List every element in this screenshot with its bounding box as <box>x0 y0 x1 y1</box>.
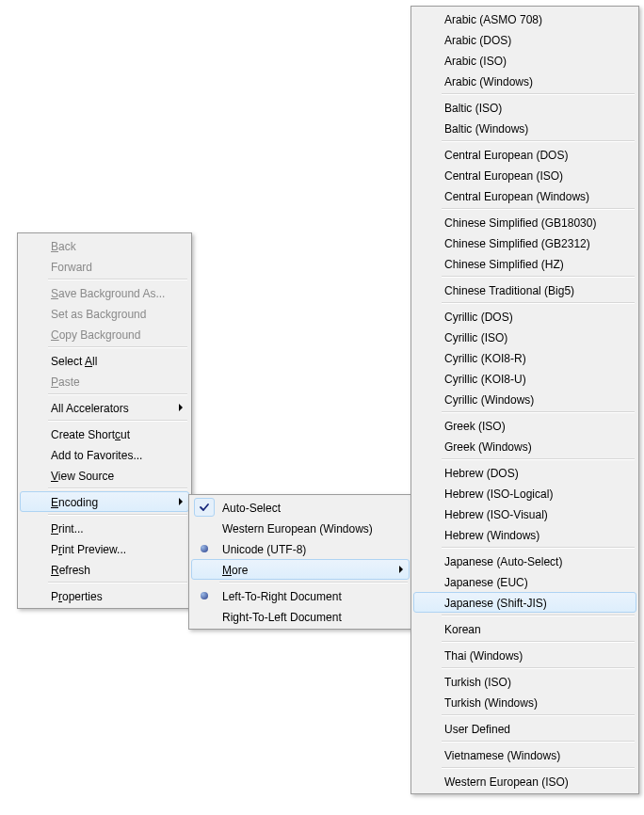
menu-item-unicode-utf-8[interactable]: Unicode (UTF-8) <box>191 538 410 559</box>
menu-item-label: Central European (Windows) <box>444 190 589 203</box>
menu-item-central-european-dos[interactable]: Central European (DOS) <box>413 144 636 165</box>
menu-item-central-european-windows[interactable]: Central European (Windows) <box>413 185 636 206</box>
menu-item-save-background-as: Save Background As... <box>20 282 189 303</box>
menu-separator <box>442 140 635 142</box>
menu-item-arabic-asmo-708[interactable]: Arabic (ASMO 708) <box>413 8 636 29</box>
menu-item-baltic-iso[interactable]: Baltic (ISO) <box>413 97 636 118</box>
menu-separator <box>48 393 187 395</box>
menu-item-label: Paste <box>51 376 80 389</box>
menu-item-greek-iso[interactable]: Greek (ISO) <box>413 415 636 436</box>
menu-item-turkish-windows[interactable]: Turkish (Windows) <box>413 692 636 712</box>
menu-item-label: Create Shortcut <box>51 428 130 441</box>
menu-item-label: Arabic (Windows) <box>444 75 533 88</box>
menu-item-chinese-simplified-gb2312[interactable]: Chinese Simplified (GB2312) <box>413 232 636 253</box>
menu-item-cyrillic-koi8-r[interactable]: Cyrillic (KOI8-R) <box>413 347 636 368</box>
menu-item-japanese-auto-select[interactable]: Japanese (Auto-Select) <box>413 551 636 571</box>
menu-item-arabic-dos[interactable]: Arabic (DOS) <box>413 29 636 50</box>
menu-item-label: Cyrillic (ISO) <box>444 331 507 344</box>
menu-item-label: Western European (Windows) <box>222 522 373 535</box>
menu-item-paste: Paste <box>20 371 189 392</box>
menu-item-label: Cyrillic (Windows) <box>444 393 534 407</box>
menu-item-cyrillic-koi8-u[interactable]: Cyrillic (KOI8-U) <box>413 368 636 389</box>
menu-item-hebrew-iso-visual[interactable]: Hebrew (ISO-Visual) <box>413 503 636 524</box>
menu-separator <box>442 714 635 716</box>
menu-item-label: Hebrew (DOS) <box>444 467 519 480</box>
menu-item-japanese-shift-jis[interactable]: Japanese (Shift-JIS) <box>413 592 636 613</box>
menu-item-greek-windows[interactable]: Greek (Windows) <box>413 436 636 456</box>
menu-item-user-defined[interactable]: User Defined <box>413 718 636 739</box>
menu-separator <box>442 276 635 278</box>
menu-item-label: Hebrew (ISO-Logical) <box>444 487 553 501</box>
menu-item-turkish-iso[interactable]: Turkish (ISO) <box>413 671 636 692</box>
menu-item-label: Baltic (Windows) <box>444 122 528 136</box>
menu-item-label: Chinese Simplified (HZ) <box>444 258 564 271</box>
menu-item-cyrillic-dos[interactable]: Cyrillic (DOS) <box>413 306 636 327</box>
menu-item-back: Back <box>20 235 189 256</box>
menu-item-label: Turkish (ISO) <box>444 676 511 689</box>
menu-item-right-to-left-document[interactable]: Right-To-Left Document <box>191 606 410 627</box>
menu-item-print-preview[interactable]: Print Preview... <box>20 538 189 559</box>
menu-item-japanese-euc[interactable]: Japanese (EUC) <box>413 571 636 592</box>
menu-item-cyrillic-iso[interactable]: Cyrillic (ISO) <box>413 327 636 347</box>
menu-item-label: Select All <box>51 355 97 368</box>
menu-separator <box>442 615 635 616</box>
menu-item-label: Chinese Traditional (Big5) <box>444 284 574 297</box>
menu-item-label: Vietnamese (Windows) <box>444 749 560 762</box>
menu-item-label: Print Preview... <box>51 543 126 556</box>
menu-item-add-to-favorites[interactable]: Add to Favorites... <box>20 444 189 465</box>
menu-separator <box>442 667 635 669</box>
menu-item-western-european-iso[interactable]: Western European (ISO) <box>413 771 636 791</box>
menu-item-label: Set as Background <box>51 308 146 321</box>
menu-item-label: Chinese Simplified (GB2312) <box>444 237 590 250</box>
menu-item-create-shortcut[interactable]: Create Shortcut <box>20 423 189 444</box>
menu-separator <box>48 279 187 280</box>
menu-item-hebrew-iso-logical[interactable]: Hebrew (ISO-Logical) <box>413 483 636 503</box>
menu-item-label: Copy Background <box>51 328 140 342</box>
menu-item-korean[interactable]: Korean <box>413 618 636 639</box>
menu-item-forward: Forward <box>20 256 189 277</box>
menu-separator <box>442 741 635 743</box>
menu-item-cyrillic-windows[interactable]: Cyrillic (Windows) <box>413 389 636 409</box>
menu-item-baltic-windows[interactable]: Baltic (Windows) <box>413 118 636 138</box>
encoding-submenu[interactable]: Auto-SelectWestern European (Windows)Uni… <box>188 494 412 630</box>
context-menu[interactable]: BackForwardSave Background As...Set as B… <box>17 232 192 609</box>
menu-item-refresh[interactable]: Refresh <box>20 559 189 580</box>
menu-item-central-european-iso[interactable]: Central European (ISO) <box>413 165 636 185</box>
menu-separator <box>442 93 635 95</box>
menu-item-left-to-right-document[interactable]: Left-To-Right Document <box>191 585 410 606</box>
menu-separator <box>48 346 187 348</box>
menu-item-chinese-simplified-gb18030[interactable]: Chinese Simplified (GB18030) <box>413 212 636 232</box>
submenu-arrow-icon <box>179 498 183 505</box>
menu-item-chinese-traditional-big5[interactable]: Chinese Traditional (Big5) <box>413 280 636 300</box>
menu-separator <box>442 208 635 210</box>
menu-item-print[interactable]: Print... <box>20 518 189 538</box>
menu-separator <box>442 641 635 643</box>
menu-separator <box>442 458 635 460</box>
menu-item-properties[interactable]: Properties <box>20 585 189 606</box>
menu-item-hebrew-dos[interactable]: Hebrew (DOS) <box>413 462 636 483</box>
radio-icon <box>194 586 215 605</box>
menu-item-vietnamese-windows[interactable]: Vietnamese (Windows) <box>413 744 636 765</box>
menu-item-all-accelerators[interactable]: All Accelerators <box>20 397 189 418</box>
encoding-more-submenu[interactable]: Arabic (ASMO 708)Arabic (DOS)Arabic (ISO… <box>411 6 639 794</box>
menu-item-arabic-windows[interactable]: Arabic (Windows) <box>413 71 636 91</box>
menu-item-chinese-simplified-hz[interactable]: Chinese Simplified (HZ) <box>413 253 636 274</box>
menu-item-label: Forward <box>51 261 92 274</box>
menu-item-label: View Source <box>51 470 114 483</box>
menu-separator <box>442 302 635 304</box>
menu-item-hebrew-windows[interactable]: Hebrew (Windows) <box>413 524 636 545</box>
menu-item-label: Central European (ISO) <box>444 169 563 183</box>
menu-item-set-as-background: Set as Background <box>20 303 189 324</box>
menu-item-label: Encoding <box>51 496 98 509</box>
menu-item-auto-select[interactable]: Auto-Select <box>191 497 410 518</box>
menu-item-label: All Accelerators <box>51 402 129 415</box>
menu-item-arabic-iso[interactable]: Arabic (ISO) <box>413 50 636 71</box>
menu-item-western-european-windows[interactable]: Western European (Windows) <box>191 518 410 538</box>
menu-item-select-all[interactable]: Select All <box>20 350 189 371</box>
menu-item-thai-windows[interactable]: Thai (Windows) <box>413 645 636 665</box>
menu-item-view-source[interactable]: View Source <box>20 465 189 486</box>
menu-item-label: Greek (Windows) <box>444 440 532 454</box>
menu-item-label: Western European (ISO) <box>444 775 569 789</box>
menu-item-encoding[interactable]: Encoding <box>20 491 189 512</box>
menu-item-more[interactable]: More <box>191 559 410 580</box>
